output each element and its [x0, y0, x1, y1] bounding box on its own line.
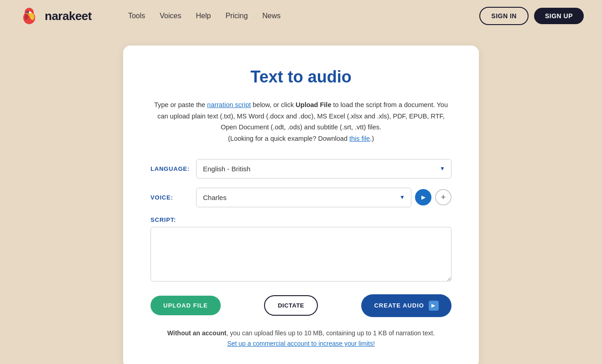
upload-file-button[interactable]: UPLOAD FILE: [150, 296, 221, 315]
nav-help[interactable]: Help: [196, 12, 211, 20]
nav-news[interactable]: News: [262, 12, 280, 20]
nav-actions: SIGN IN SIGN UP: [479, 7, 584, 25]
nav-links: Tools Voices Help Pricing News: [128, 12, 280, 20]
create-audio-play-icon: ▶: [429, 301, 439, 311]
voice-play-button[interactable]: ▶: [415, 189, 431, 205]
language-select-wrap: English - British English - US English -…: [196, 159, 452, 179]
voice-controls: ▶ +: [415, 189, 452, 205]
logo[interactable]: narakeet: [18, 5, 92, 27]
language-select[interactable]: English - British English - US English -…: [196, 159, 452, 179]
logo-text: narakeet: [45, 9, 92, 23]
voice-row: VOICE: Charles Arthur Emma Olivia ▼ ▶ +: [150, 188, 452, 207]
actions-row: UPLOAD FILE DICTATE CREATE AUDIO ▶: [150, 294, 452, 317]
voice-add-button[interactable]: +: [435, 189, 452, 205]
navbar: narakeet Tools Voices Help Pricing News …: [0, 0, 602, 32]
voice-select-wrap: Charles Arthur Emma Olivia ▼: [196, 188, 411, 207]
signup-button[interactable]: SIGN UP: [534, 8, 584, 24]
language-label: LANGUAGE:: [150, 165, 196, 172]
narration-script-link[interactable]: narration script: [207, 101, 251, 108]
this-file-link[interactable]: this file: [349, 135, 370, 142]
svg-point-6: [27, 12, 28, 13]
dictate-button[interactable]: DICTATE: [264, 295, 318, 316]
language-row: LANGUAGE: English - British English - US…: [150, 159, 452, 179]
voice-select[interactable]: Charles Arthur Emma Olivia: [196, 188, 411, 207]
main-container: Text to audio Type or paste the narratio…: [0, 32, 602, 364]
play-icon: ▶: [421, 194, 426, 200]
script-label: SCRIPT:: [150, 216, 452, 223]
logo-icon: [18, 5, 40, 27]
commercial-account-link[interactable]: Set up a commercial account to increase …: [227, 340, 375, 347]
create-audio-button[interactable]: CREATE AUDIO ▶: [361, 294, 452, 317]
voice-label: VOICE:: [150, 194, 196, 201]
page-title: Text to audio: [150, 67, 452, 87]
card: Text to audio Type or paste the narratio…: [123, 46, 479, 364]
footer-note: Without an account, you can upload files…: [150, 328, 452, 350]
plus-icon: +: [441, 193, 446, 202]
script-textarea[interactable]: [150, 227, 452, 282]
create-audio-label: CREATE AUDIO: [374, 302, 424, 309]
description: Type or paste the narration script below…: [150, 99, 452, 144]
signin-button[interactable]: SIGN IN: [479, 7, 529, 25]
footer-bold: Without an account: [167, 329, 227, 337]
nav-pricing[interactable]: Pricing: [225, 12, 248, 20]
script-row: SCRIPT:: [150, 216, 452, 283]
nav-tools[interactable]: Tools: [128, 12, 145, 20]
nav-voices[interactable]: Voices: [160, 12, 181, 20]
